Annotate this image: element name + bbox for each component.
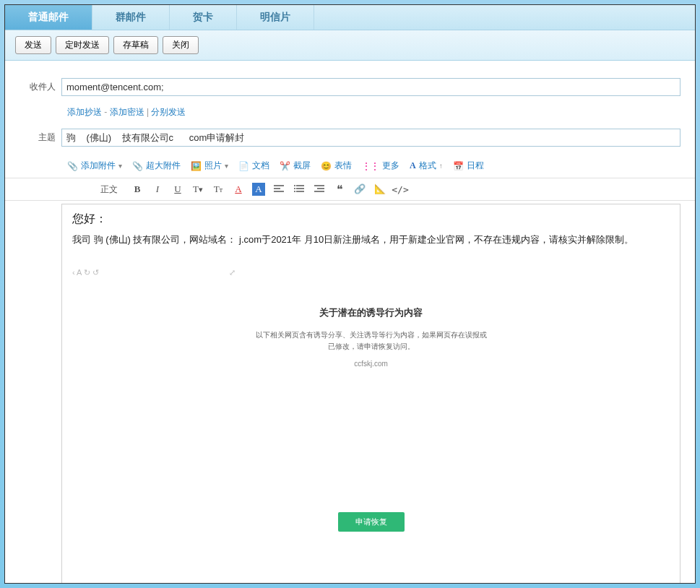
add-attachment-link[interactable]: 📎 添加附件 ▾	[67, 160, 122, 172]
format-painter-button[interactable]: 📐	[373, 183, 386, 196]
compose-window: 普通邮件 群邮件 贺卡 明信片 发送 定时发送 存草稿 关闭 收件人 添加抄送 …	[4, 4, 696, 584]
bold-button[interactable]: B	[131, 183, 144, 196]
code-button[interactable]: </>	[394, 183, 407, 196]
editor-toolbar-faint: ‹ A ↻ ↺ ⤢	[72, 268, 670, 277]
quote-button[interactable]: ❝	[333, 183, 346, 196]
calendar-icon: 📅	[453, 161, 464, 171]
more-icon: ⋮⋮	[362, 161, 379, 171]
add-cc-link[interactable]: 添加抄送	[67, 107, 102, 117]
document-icon: 📄	[238, 161, 249, 171]
document-link[interactable]: 📄 文档	[238, 160, 269, 172]
recipient-input[interactable]	[61, 78, 680, 96]
send-button[interactable]: 发送	[15, 36, 51, 54]
more-link[interactable]: ⋮⋮ 更多	[362, 160, 399, 172]
underline-button[interactable]: U	[171, 183, 184, 196]
format-icon: A	[410, 160, 416, 171]
svg-point-1	[294, 188, 295, 189]
tab-postcard[interactable]: 明信片	[237, 5, 314, 30]
screenshot-icon: ✂️	[280, 161, 290, 171]
embedded-notice: 关于潜在的诱导行为内容 以下相关网页含有诱导分享、关注诱导等行为内容，如果网页存…	[256, 306, 487, 532]
indent-button[interactable]	[313, 183, 326, 196]
font-size-button[interactable]: T▾	[191, 183, 204, 196]
close-button[interactable]: 关闭	[163, 36, 199, 54]
format-link[interactable]: A 格式 ↑	[410, 160, 443, 172]
chevron-down-icon: ▾	[225, 162, 228, 170]
subject-label: 主题	[5, 131, 61, 144]
embed-text: 以下相关网页含有诱导分享、关注诱导等行为内容，如果网页存在误报或已修改，请申请恢…	[256, 329, 487, 353]
emoji-link[interactable]: 😊 表情	[321, 160, 352, 172]
screenshot-link[interactable]: ✂️ 截屏	[280, 160, 311, 172]
greeting-text: 您好：	[72, 212, 670, 227]
italic-button[interactable]: I	[151, 183, 164, 196]
format-arrow-icon: ↑	[439, 162, 443, 170]
cc-link-row: 添加抄送 - 添加密送 | 分别发送	[5, 103, 695, 126]
embed-title: 关于潜在的诱导行为内容	[256, 306, 487, 319]
photo-icon: 🖼️	[191, 161, 202, 171]
emoji-icon: 😊	[321, 161, 332, 171]
schedule-link[interactable]: 📅 日程	[453, 160, 484, 172]
svg-point-2	[294, 191, 295, 192]
tab-bar: 普通邮件 群邮件 贺卡 明信片	[5, 5, 695, 30]
svg-point-0	[294, 185, 295, 186]
send-separately-link[interactable]: 分别发送	[151, 107, 186, 117]
compose-content: 收件人 添加抄送 - 添加密送 | 分别发送 主题 📎 添加附件 ▾ 📎 超大附…	[5, 61, 695, 583]
font-family-button[interactable]: Tт	[212, 183, 225, 196]
tab-group-mail[interactable]: 群邮件	[92, 5, 170, 30]
apply-restore-button[interactable]: 申请恢复	[338, 512, 405, 532]
align-left-button[interactable]	[272, 183, 285, 196]
chevron-down-icon: ▾	[118, 162, 122, 170]
recipient-label: 收件人	[5, 81, 61, 93]
tab-greeting-card[interactable]: 贺卡	[170, 5, 237, 30]
tab-normal-mail[interactable]: 普通邮件	[5, 5, 92, 30]
format-toolbar: 正文 B I U T▾ Tт A A ❝ 🔗 📐 </>	[5, 178, 695, 201]
highlight-button[interactable]: A	[252, 183, 265, 196]
paperclip-icon: 📎	[132, 161, 143, 171]
add-bcc-link[interactable]: 添加密送	[110, 107, 144, 117]
save-draft-button[interactable]: 存草稿	[113, 36, 158, 54]
list-button[interactable]	[293, 183, 306, 196]
embed-domain: ccfskj.com	[256, 360, 487, 368]
body-label: 正文	[67, 183, 124, 196]
photo-link[interactable]: 🖼️ 照片 ▾	[191, 160, 228, 172]
attachment-bar: 📎 添加附件 ▾ 📎 超大附件 🖼️ 照片 ▾ 📄 文档 ✂️ 截屏	[5, 154, 695, 178]
paperclip-icon: 📎	[67, 161, 78, 171]
button-bar: 发送 定时发送 存草稿 关闭	[5, 30, 695, 61]
link-button[interactable]: 🔗	[353, 183, 366, 196]
font-color-button[interactable]: A	[232, 183, 245, 196]
body-editor[interactable]: 您好： 我司 驹 (佛山) 技有限公司，网站域名： j.com于2021年 月1…	[61, 204, 680, 583]
schedule-send-button[interactable]: 定时发送	[56, 36, 109, 54]
big-attachment-link[interactable]: 📎 超大附件	[132, 160, 181, 172]
body-line-1: 我司 驹 (佛山) 技有限公司，网站域名： j.com于2021年 月10日新注…	[72, 231, 670, 248]
subject-input[interactable]	[61, 129, 680, 147]
